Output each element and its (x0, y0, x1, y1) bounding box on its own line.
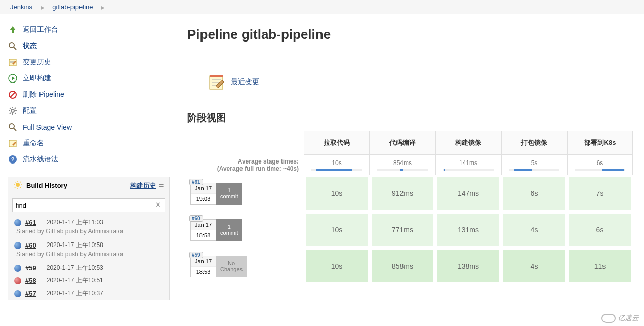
status-ball-icon (14, 290, 21, 297)
svg-line-7 (10, 92, 15, 97)
sidebar: 返回工作台 状态 变更历史 立即构建 删除 Pipeline 配置 Full S… (0, 14, 177, 300)
build-history-item[interactable]: #572020-1-17 上午10:37 (8, 287, 169, 300)
build-date: 2020-1-17 上午11:03 (47, 218, 103, 227)
trend-icon: 〓 (158, 182, 164, 189)
stage-cell[interactable]: 11s (567, 248, 633, 284)
avg-full-label: (Average full run time: ~40s) (189, 165, 299, 172)
svg-point-22 (16, 183, 20, 187)
chevron-right-icon: ▶ (101, 5, 105, 10)
build-cause: Started by GitLab push by Administrator (16, 251, 164, 258)
clock-play-icon (8, 73, 18, 84)
stage-cell[interactable]: 858ms (370, 248, 435, 284)
stage-header: 打包镜像 (501, 131, 567, 155)
menu-item-changes[interactable]: 变更历史 (8, 54, 177, 70)
menu-item-back[interactable]: 返回工作台 (8, 22, 177, 38)
svg-line-18 (14, 128, 16, 131)
build-history-item[interactable]: #592020-1-17 上午10:53 (8, 262, 169, 274)
run-tag: #60 (189, 215, 203, 222)
build-number-link[interactable]: #59 (25, 264, 36, 272)
build-date: 2020-1-17 上午10:51 (47, 276, 103, 285)
build-history-header: Build History 构建历史 〓 (8, 177, 169, 194)
status-ball-icon (14, 219, 21, 226)
watermark: 亿速云 (601, 314, 639, 323)
breadcrumb-root[interactable]: Jenkins (10, 3, 32, 11)
stage-header: 拉取代码 (304, 131, 370, 155)
build-history-trend-link[interactable]: 构建历史 (130, 181, 156, 190)
search-icon (8, 41, 18, 51)
svg-line-14 (15, 113, 16, 114)
avg-stage-cell: 10s (304, 155, 370, 175)
status-ball-icon (14, 277, 21, 284)
menu-item-build[interactable]: 立即构建 (8, 70, 177, 87)
build-history-list: #612020-1-17 上午11:03Started by GitLab pu… (8, 216, 169, 300)
svg-line-28 (20, 187, 21, 188)
build-number-link[interactable]: #60 (25, 241, 36, 249)
stage-header: 部署到K8s (567, 131, 633, 155)
gear-icon (8, 106, 18, 116)
stage-cell[interactable]: 138ms (435, 248, 501, 284)
build-number-link[interactable]: #61 (25, 219, 36, 226)
stage-header: 代码编译 (370, 131, 435, 155)
run-info[interactable]: #60Jan 1718:581commit (187, 216, 304, 244)
stage-cell[interactable]: 131ms (435, 212, 501, 248)
build-history-search-input[interactable] (12, 198, 165, 212)
svg-point-0 (9, 43, 14, 48)
menu-item-fullstage[interactable]: Full Stage View (8, 119, 177, 135)
svg-line-29 (15, 187, 16, 188)
svg-text:?: ? (11, 156, 15, 162)
question-icon: ? (8, 154, 18, 165)
breadcrumb: Jenkins ▶ gitlab-pipeline ▶ (0, 0, 644, 14)
run-info[interactable]: #61Jan 1719:031commit (187, 180, 304, 208)
stage-cell[interactable]: 6s (567, 212, 633, 248)
run-datebox: Jan 1719:03 (190, 183, 216, 205)
notepad-icon (8, 57, 18, 67)
run-commit-box: 1commit (216, 219, 242, 241)
run-tag: #59 (189, 252, 203, 258)
stage-cell[interactable]: 6s (501, 175, 567, 212)
search-icon (8, 122, 18, 132)
breadcrumb-project[interactable]: gitlab-pipeline (52, 3, 93, 11)
build-history-title: Build History (26, 182, 67, 189)
recent-changes: 最近变更 (208, 73, 644, 91)
svg-line-30 (20, 182, 21, 183)
build-number-link[interactable]: #58 (25, 277, 36, 284)
stage-cell[interactable]: 7s (567, 175, 633, 212)
build-history-item[interactable]: #582020-1-17 上午10:51 (8, 274, 169, 287)
stage-cell[interactable]: 147ms (435, 175, 501, 212)
menu-item-status[interactable]: 状态 (8, 38, 177, 54)
stage-cell[interactable]: 10s (304, 175, 370, 212)
stage-view-title: 阶段视图 (187, 111, 644, 125)
build-cause: Started by GitLab push by Administrator (16, 228, 164, 235)
build-history-panel: Build History 构建历史 〓 ✕ #612020-1-17 上午11… (8, 177, 170, 300)
avg-stage-cell: 854ms (370, 155, 435, 175)
stage-cell[interactable]: 771ms (370, 212, 435, 248)
stage-view-table: 拉取代码 代码编译 构建镜像 打包镜像 部署到K8s Average stage… (187, 131, 633, 284)
menu-item-rename[interactable]: 重命名 (8, 135, 177, 151)
stage-header: 构建镜像 (435, 131, 501, 155)
stage-cell[interactable]: 4s (501, 248, 567, 284)
stage-cell[interactable]: 10s (304, 248, 370, 284)
build-history-item[interactable]: #612020-1-17 上午11:03Started by GitLab pu… (8, 216, 169, 239)
menu-item-syntax[interactable]: ?流水线语法 (8, 151, 177, 168)
run-commit-box: 1commit (216, 183, 242, 205)
recent-changes-link[interactable]: 最近变更 (231, 77, 259, 87)
run-info[interactable]: #59Jan 1718:53NoChanges (187, 253, 304, 280)
forbidden-icon (8, 90, 18, 100)
notepad-icon (8, 138, 18, 148)
avg-stage-cell: 141ms (435, 155, 501, 175)
sun-icon (13, 180, 22, 191)
cloud-icon (601, 314, 616, 323)
notepad-icon (208, 73, 226, 91)
page-title: Pipeline gitlab-pipeline (187, 27, 644, 43)
stage-cell[interactable]: 10s (304, 212, 370, 248)
build-history-item[interactable]: #602020-1-17 上午10:58Started by GitLab pu… (8, 239, 169, 262)
main-content: Pipeline gitlab-pipeline 最近变更 阶段视图 拉取代码 … (177, 14, 644, 300)
stage-cell[interactable]: 912ms (370, 175, 435, 212)
menu-item-config[interactable]: 配置 (8, 103, 177, 119)
build-number-link[interactable]: #57 (25, 290, 36, 297)
menu-item-delete[interactable]: 删除 Pipeline (8, 87, 177, 103)
clear-icon[interactable]: ✕ (155, 201, 161, 209)
stage-cell[interactable]: 4s (501, 212, 567, 248)
svg-line-15 (10, 113, 11, 114)
build-date: 2020-1-17 上午10:58 (47, 241, 103, 250)
